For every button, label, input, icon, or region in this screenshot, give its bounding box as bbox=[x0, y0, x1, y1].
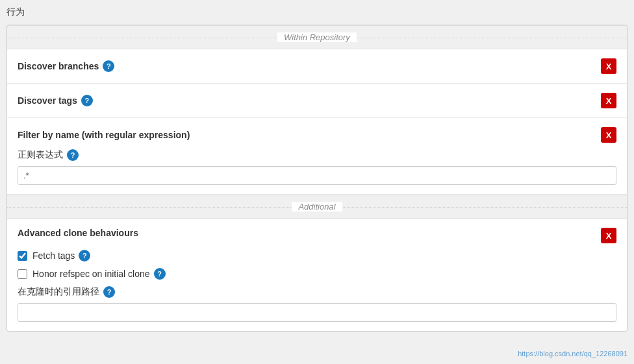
refpath-help-icon[interactable]: ? bbox=[103, 286, 115, 298]
refpath-input[interactable] bbox=[18, 303, 616, 322]
filter-by-name-header: Filter by name (with regular expression)… bbox=[18, 127, 616, 143]
advanced-clone-remove-button[interactable]: X bbox=[601, 228, 616, 243]
main-card: Within Repository Discover branches ? X … bbox=[6, 25, 628, 332]
filter-by-name-title: Filter by name (with regular expression) bbox=[18, 130, 190, 140]
advanced-clone-section: Advanced clone behaviours X Fetch tags ?… bbox=[7, 219, 627, 331]
honor-refspec-checkbox[interactable] bbox=[18, 269, 27, 279]
discover-tags-row: Discover tags ? X bbox=[7, 84, 627, 118]
fetch-tags-help-icon[interactable]: ? bbox=[79, 250, 90, 261]
filter-by-name-section: Filter by name (with regular expression)… bbox=[7, 118, 627, 195]
discover-branches-label: Discover branches ? bbox=[18, 60, 114, 72]
discover-tags-remove-button[interactable]: X bbox=[601, 93, 616, 108]
discover-tags-help-icon[interactable]: ? bbox=[81, 95, 93, 106]
fetch-tags-checkbox[interactable] bbox=[18, 251, 27, 261]
discover-tags-label: Discover tags ? bbox=[18, 95, 93, 106]
fetch-tags-row: Fetch tags ? bbox=[18, 250, 616, 261]
filter-regex-help-icon[interactable]: ? bbox=[67, 149, 79, 161]
page-title: 行为 bbox=[6, 6, 628, 18]
refpath-label: 在克隆时的引用路径 ? bbox=[18, 286, 616, 298]
advanced-clone-header: Advanced clone behaviours X bbox=[18, 228, 616, 243]
honor-refspec-label: Honor refspec on initial clone ? bbox=[32, 268, 166, 280]
advanced-clone-title: Advanced clone behaviours bbox=[18, 228, 138, 238]
within-repository-divider: Within Repository bbox=[7, 25, 627, 49]
filter-regex-input[interactable] bbox=[18, 166, 616, 185]
honor-refspec-help-icon[interactable]: ? bbox=[154, 268, 166, 280]
filter-by-name-remove-button[interactable]: X bbox=[601, 127, 616, 143]
fetch-tags-label: Fetch tags ? bbox=[32, 250, 90, 261]
discover-branches-remove-button[interactable]: X bbox=[601, 58, 616, 74]
discover-branches-help-icon[interactable]: ? bbox=[103, 60, 114, 72]
additional-divider: Additional bbox=[7, 195, 627, 219]
filter-sublabel: 正则表达式 ? bbox=[18, 149, 616, 161]
honor-refspec-row: Honor refspec on initial clone ? bbox=[18, 268, 616, 280]
discover-branches-row: Discover branches ? X bbox=[7, 49, 627, 84]
